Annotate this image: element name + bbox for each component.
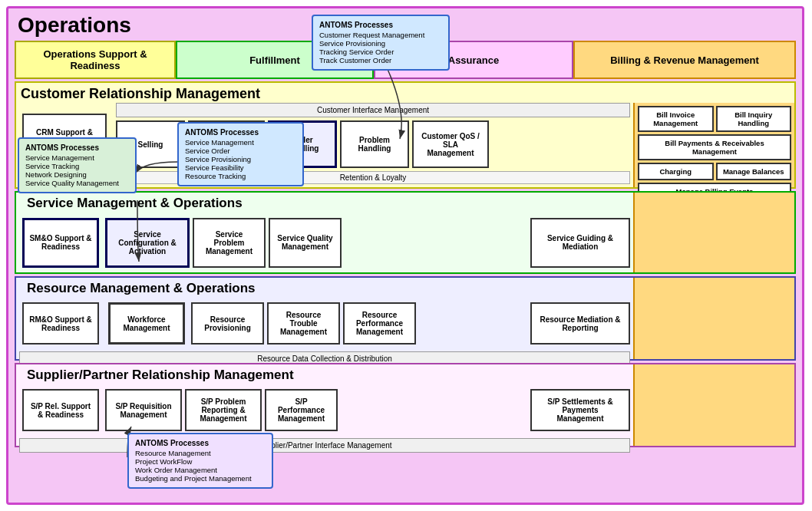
- header-billing: Billing & Revenue Management: [573, 41, 796, 79]
- manage-balances-box: Manage Balances: [716, 163, 792, 180]
- popup-crm-item-1: Service Management: [185, 138, 296, 147]
- spr-interface-bar: Supplier/Partner Interface Management: [19, 438, 630, 453]
- smo-support-box: SM&O Support & Readiness: [22, 218, 99, 268]
- popup-left-item-1: Service Management: [25, 153, 129, 162]
- rmo-label: Resource Management & Operations: [21, 281, 262, 296]
- crm-label: Customer Relationship Management: [21, 86, 260, 102]
- smo-problem-box: Service Problem Management: [193, 218, 266, 268]
- spr-label: Supplier/Partner Relationship Management: [21, 368, 300, 383]
- spr-support-box: S/P Rel. Support & Readiness: [22, 389, 99, 431]
- popup-left: ANTOMS Processes Service Management Serv…: [18, 137, 137, 193]
- spr-performance-box: S/P Performance Management: [265, 389, 338, 431]
- popup-spr-item-3: Work Order Management: [135, 466, 266, 474]
- billing-crm-col: Bill Invoice Management Bill Inquiry Han…: [633, 103, 794, 187]
- popup-left-title: ANTOMS Processes: [25, 143, 129, 152]
- charging-box: Charging: [638, 163, 714, 180]
- popup-spr-item-1: Resource Management: [135, 449, 266, 457]
- billing-rmo-col: [633, 278, 794, 359]
- bill-inquiry-box: Bill Inquiry Handling: [716, 106, 792, 132]
- smo-quality-box: Service Quality Management: [269, 218, 342, 268]
- popup-fulfillment: ANTOMS Processes Customer Request Manage…: [312, 15, 450, 71]
- popup-crm-title: ANTOMS Processes: [185, 128, 296, 137]
- popup-crm-item-4: Service Feasibility: [185, 163, 296, 172]
- popup-crm-item-5: Resource Tracking: [185, 172, 296, 180]
- smo-guiding-box: Service Guiding & Mediation: [530, 218, 630, 268]
- popup-fulfillment-title: ANTOMS Processes: [319, 21, 442, 29]
- billing-row-2: Bill Payments & Receivables Management: [638, 134, 791, 160]
- rmo-support-box: RM&O Support & Readiness: [22, 302, 99, 345]
- spr-requisition-box: S/P Requisition Management: [105, 389, 182, 431]
- operations-container: Operations Operations Support & Readines…: [6, 6, 804, 505]
- rmo-row: Resource Management & Operations RM&O Su…: [15, 276, 796, 361]
- popup-spr-title: ANTOMS Processes: [135, 439, 266, 447]
- smo-config-box[interactable]: Service Configuration & Activation: [105, 218, 190, 268]
- popup-fulfillment-item-3: Tracking Service Order: [319, 48, 442, 56]
- spr-problem-box: S/P Problem Reporting & Management: [185, 389, 262, 431]
- billing-smo-col: [633, 193, 794, 272]
- popup-crm-item-2: Service Order: [185, 147, 296, 155]
- popup-spr: ANTOMS Processes Resource Management Pro…: [127, 433, 273, 489]
- billing-row-3: Charging Manage Balances: [638, 163, 791, 180]
- rmo-mediation-box: Resource Mediation & Reporting: [530, 302, 630, 345]
- bill-invoice-box: Bill Invoice Management: [638, 106, 714, 132]
- spr-settlements-box: S/P Settlements & Payments Management: [530, 389, 630, 431]
- billing-spr-col: [633, 364, 794, 446]
- bill-payments-box: Bill Payments & Receivables Management: [638, 134, 791, 160]
- rmo-trouble-box: Resource Trouble Management: [267, 302, 340, 345]
- popup-fulfillment-item-2: Service Provisioning: [319, 39, 442, 48]
- main-layout: Operations Support & Readiness Fulfillme…: [15, 41, 796, 496]
- header-osr: Operations Support & Readiness: [15, 41, 176, 79]
- customer-interface-bar: Customer Interface Management: [116, 103, 630, 117]
- popup-fulfillment-item-4: Track Customer Order: [319, 56, 442, 64]
- rmo-performance-box: Resource Performance Management: [343, 302, 416, 345]
- popup-spr-item-2: Project WorkFlow: [135, 457, 266, 466]
- popup-left-item-2: Service Tracking: [25, 162, 129, 170]
- popup-crm: ANTOMS Processes Service Management Serv…: [177, 122, 304, 186]
- rmo-workforce-box: Workforce Management: [108, 302, 185, 345]
- problem-handling-box: Problem Handling: [340, 120, 409, 168]
- smo-label: Service Management & Operations: [21, 196, 249, 211]
- popup-crm-item-3: Service Provisioning: [185, 155, 296, 163]
- smo-row: Service Management & Operations SM&O Sup…: [15, 191, 796, 274]
- popup-fulfillment-item-1: Customer Request Management: [319, 31, 442, 39]
- customer-qos-box: Customer QoS / SLA Management: [412, 120, 489, 168]
- popup-left-item-3: Network Designing: [25, 170, 129, 179]
- billing-row-1: Bill Invoice Management Bill Inquiry Han…: [638, 106, 791, 132]
- popup-left-item-4: Service Quality Management: [25, 179, 129, 187]
- rmo-provisioning-box: Resource Provisioning: [191, 302, 264, 345]
- popup-spr-item-4: Budgeting and Project Management: [135, 474, 266, 483]
